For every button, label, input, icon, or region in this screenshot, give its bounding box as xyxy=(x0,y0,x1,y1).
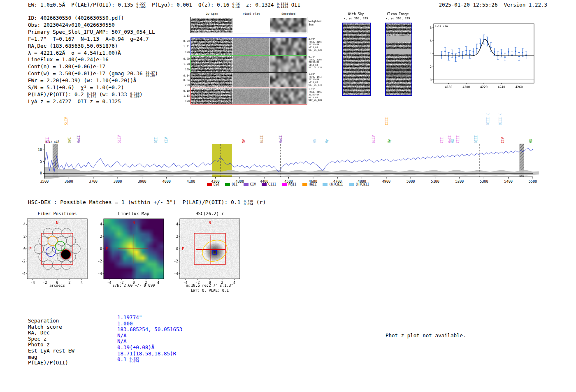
svg-text:HeII: HeII xyxy=(279,135,283,143)
svg-text:OII: OII xyxy=(154,137,158,143)
spec2d-row-right-labels: 0.72"(369, 329)20230424v010_01507_LL_035 xyxy=(309,38,322,51)
spectrum-legend: LyαOIICIVCIIIMgIIHeII(K)CaII(H)CaII xyxy=(0,183,576,186)
svg-text:Hβ: Hβ xyxy=(529,139,533,143)
elixer-report-page: EW: 1.0±0.5Å P(LAE)/P(OII): 0.135 0.2270… xyxy=(0,0,576,392)
legend-swatch xyxy=(349,183,354,186)
hsc-cutout-panel: HSC(26.2) r NE -4-4-2-2002244 m:18.6 re:… xyxy=(167,211,254,297)
clean-image xyxy=(385,23,412,96)
svg-text:CIII: CIII xyxy=(456,135,460,143)
legend-swatch xyxy=(207,183,212,186)
legend-label: (K)CaII xyxy=(329,183,343,186)
match-row-value: 0.1 0.1320.074 xyxy=(117,356,139,363)
hsc-cutout-xlabel2: EWr: 0. PLAE: 0.1 xyxy=(175,288,245,292)
legend-label: CIII xyxy=(268,183,276,186)
line-fit-plot: 4180420042204240426002468e-17 x2Å xyxy=(424,21,555,95)
svg-text:OIII: OIII xyxy=(474,135,478,143)
legend-swatch xyxy=(302,183,307,186)
match-row-label: Photo z xyxy=(28,341,50,348)
legend-swatch xyxy=(225,183,230,186)
axis-tick: -2 xyxy=(17,259,26,263)
legend-item: HeII xyxy=(302,183,317,186)
spec2d-row-border xyxy=(190,72,307,88)
spec2d-col-header: 2D Spec xyxy=(191,12,232,16)
lineflux-map-panel: Lineflux Map NE -4-4-2-2002244 s/b: 2.60… xyxy=(91,211,178,297)
spec2d-row-left-labels: 0.101.13190 xyxy=(178,88,190,104)
axis-tick: 2 xyxy=(17,234,26,239)
photz-note: Phot z plot not available. xyxy=(386,332,466,339)
axis-tick: -4 xyxy=(17,271,26,276)
info-line: Primary Spec_Slot_IFU_AMP: 507_093_054_L… xyxy=(28,29,158,36)
match-row-value: N/A xyxy=(117,338,127,344)
legend-item: (H)CaII xyxy=(349,183,369,186)
spec2d-row-right-labels: 1.29"(372, 161)20230424v010_07507_LL_016 xyxy=(309,73,322,86)
axis-tick: 4 xyxy=(170,222,178,226)
spec2d-row-right-labels: 1.26"(369, 329)20230424v010_07507_LL_035 xyxy=(309,88,322,102)
stacked-value: 0.13240.1324 xyxy=(277,2,288,8)
spec2d-row-border xyxy=(190,17,307,33)
svg-text:6: 6 xyxy=(430,39,432,43)
svg-text:NV: NV xyxy=(242,139,246,143)
axis-tick: 0 xyxy=(94,247,102,251)
match-row-label: Separation xyxy=(28,318,59,324)
stacked-value: 0.2270.102 xyxy=(136,2,146,8)
svg-text:OIII {: OIII { xyxy=(486,113,490,125)
spec2d-row-border xyxy=(190,55,307,73)
fiber-positions-panel: Fiber Positions NE -4-4-2-2002244 arcsec… xyxy=(15,211,101,297)
svg-text:4: 4 xyxy=(430,52,432,56)
info-line: EWr = 2.20(±0.39) (w: 1.10(±0.20))Å xyxy=(28,77,158,84)
match-row-label: mag xyxy=(28,354,37,360)
svg-text:0: 0 xyxy=(40,171,42,175)
spec2d-row-left-labels: 0.201.28190 xyxy=(178,56,190,72)
legend-item: (K)CaII xyxy=(323,183,343,186)
svg-text:4220: 4220 xyxy=(480,85,488,89)
svg-text:Hγ: Hγ xyxy=(325,139,329,143)
info-line: LyA z = 2.4727 OII z = 0.1325 xyxy=(28,98,158,105)
legend-swatch xyxy=(244,183,249,186)
spec2d-col-header: Smoothed xyxy=(270,12,307,16)
svg-text:4260: 4260 xyxy=(516,85,523,89)
match-row-value: 1.19774" xyxy=(117,314,142,320)
axis-tick: -2 xyxy=(170,259,178,263)
legend-label: OII xyxy=(232,183,237,186)
stacked-value: 0.160.16 xyxy=(232,2,240,8)
legend-swatch xyxy=(323,183,327,186)
hsc-cutout-xlabel: m:18.6 re:2.7" s:1.3" xyxy=(175,283,245,288)
match-table-row: Spec zN/A xyxy=(28,336,46,342)
axis-tick: -2 xyxy=(94,259,102,263)
svg-text:SiIV: SiIV xyxy=(118,135,121,143)
clean-image-title: Clean Image xyxy=(382,12,414,16)
stacked-value: 20.3720.36 xyxy=(146,71,155,77)
with-sky-title: With Sky xyxy=(341,12,371,16)
svg-text:Hβ: Hβ xyxy=(451,139,455,143)
legend-label: MgII xyxy=(288,183,296,186)
match-row-value: 183.685254, 50.051653 xyxy=(117,326,182,332)
svg-text:Hγ: Hγ xyxy=(388,139,391,143)
match-row-label: Spec z xyxy=(28,336,46,342)
fiber-positions-xlabel: arcsecs xyxy=(22,283,92,288)
axis-tick: -4 xyxy=(170,271,178,276)
clean-image-coords: x, y: 369, 329 xyxy=(382,17,414,20)
stacked-value: 0.2430.171 xyxy=(87,92,96,98)
spec2d-row-left-labels: 0.140.84209 xyxy=(178,73,190,87)
stacked-value: 0.1320.074 xyxy=(130,357,139,363)
match-table-row: RA, Dec183.685254, 50.051653 xyxy=(28,329,50,336)
svg-text:4200: 4200 xyxy=(462,85,470,89)
legend-label: HeII xyxy=(309,183,317,186)
stacked-value: 0.1690.108 xyxy=(130,92,139,98)
match-row-value: 18.71(18.58,18.85)R xyxy=(117,350,176,357)
axis-tick: -4 xyxy=(94,271,102,276)
spec2d-row-right-labels: 0.70"(369, 329)20230424v010_03507_LL_035 xyxy=(309,56,322,69)
spec2d-row-left-labels: 0.291.21190 xyxy=(178,38,190,55)
legend-item: CIV xyxy=(244,183,256,186)
axis-tick: 2 xyxy=(94,234,102,239)
svg-text:10: 10 xyxy=(38,148,42,152)
match-row-value: 0.39(±0.08)Å xyxy=(117,344,154,350)
legend-item: CIII xyxy=(262,183,276,186)
svg-text:8: 8 xyxy=(430,26,432,30)
legend-label: (H)CaII xyxy=(355,183,369,186)
match-table-row: mag18.71(18.58,18.85)R xyxy=(28,354,37,360)
legend-swatch xyxy=(262,183,267,186)
svg-text:Hδ: Hδ xyxy=(313,139,317,143)
match-table-row: Match score1.000 xyxy=(28,324,62,330)
legend-item: Lyα xyxy=(207,183,219,186)
